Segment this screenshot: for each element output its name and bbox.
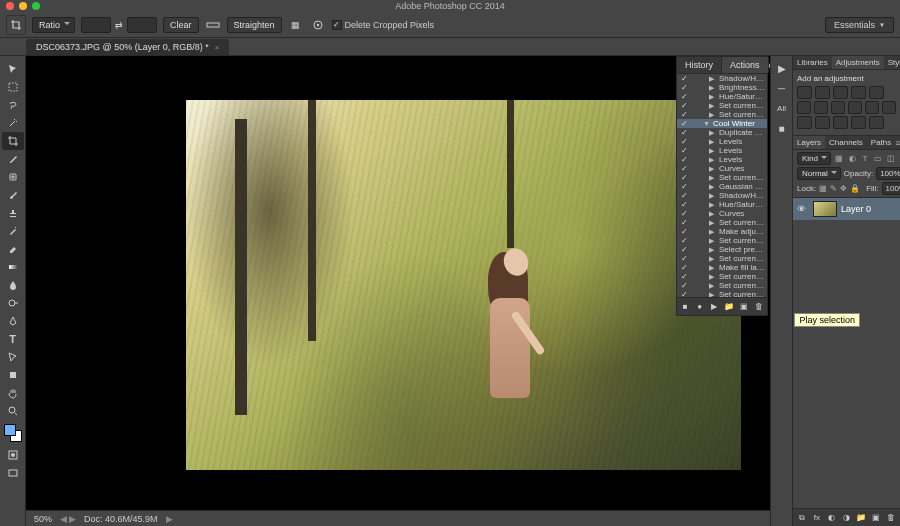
- layer-row[interactable]: 👁 Layer 0: [793, 198, 900, 220]
- tab-styles[interactable]: Styles: [884, 56, 900, 69]
- action-check-icon[interactable]: ✓: [679, 146, 689, 155]
- action-check-icon[interactable]: ✓: [679, 173, 689, 182]
- disclosure-icon[interactable]: ▶: [709, 129, 717, 137]
- layer-kind-select[interactable]: Kind: [797, 152, 831, 165]
- filter-shape-icon[interactable]: ▭: [873, 153, 883, 164]
- adj-levels-icon[interactable]: [815, 86, 830, 99]
- action-check-icon[interactable]: ✓: [679, 110, 689, 119]
- disclosure-icon[interactable]: ▶: [709, 237, 717, 245]
- action-row[interactable]: ✓▶Set current layer: [677, 218, 767, 227]
- new-set-icon[interactable]: 📁: [724, 301, 734, 313]
- eraser-tool[interactable]: [2, 240, 24, 258]
- disclosure-icon[interactable]: ▶: [709, 138, 717, 146]
- link-layers-icon[interactable]: ⧉: [797, 512, 807, 524]
- stop-icon-bar[interactable]: ■: [774, 120, 790, 136]
- eyedropper-tool[interactable]: [2, 150, 24, 168]
- action-row[interactable]: ✓▶Set current layer: [677, 101, 767, 110]
- color-swatch[interactable]: [4, 424, 22, 442]
- disclosure-icon[interactable]: ▶: [709, 228, 717, 236]
- action-check-icon[interactable]: ✓: [679, 182, 689, 191]
- play-icon[interactable]: ▶: [710, 301, 718, 313]
- wand-tool[interactable]: [2, 114, 24, 132]
- action-check-icon[interactable]: ✓: [679, 254, 689, 263]
- adj-exposure-icon[interactable]: [851, 86, 866, 99]
- action-row[interactable]: ✓▶Duplicate current...: [677, 128, 767, 137]
- action-row[interactable]: ✓▶Curves: [677, 164, 767, 173]
- disclosure-icon[interactable]: ▶: [709, 183, 717, 191]
- disclosure-icon[interactable]: ▶: [709, 273, 717, 281]
- crop-settings-icon[interactable]: [310, 17, 326, 33]
- action-row[interactable]: ✓▶Curves: [677, 209, 767, 218]
- opacity-input[interactable]: 100%: [876, 167, 900, 180]
- layers-menu-icon[interactable]: ≡: [895, 136, 900, 149]
- crop-tool-preset[interactable]: [6, 15, 26, 35]
- disclosure-icon[interactable]: ▶: [709, 210, 717, 218]
- delete-cropped-checkbox[interactable]: ✓ Delete Cropped Pixels: [332, 20, 435, 30]
- action-row[interactable]: ✓▶Levels: [677, 137, 767, 146]
- adj-colorlookup-icon[interactable]: [882, 101, 896, 114]
- adj-posterize-icon[interactable]: [815, 116, 830, 129]
- blend-mode-select[interactable]: Normal: [797, 167, 841, 180]
- zoom-tool[interactable]: [2, 402, 24, 420]
- fill-input[interactable]: 100%: [882, 182, 900, 195]
- disclosure-icon[interactable]: ▶: [709, 75, 717, 83]
- disclosure-icon[interactable]: ▶: [709, 282, 717, 290]
- action-check-icon[interactable]: ✓: [679, 281, 689, 290]
- move-tool[interactable]: [2, 60, 24, 78]
- swap-dimensions-icon[interactable]: ⇄: [111, 17, 127, 33]
- adj-hue-icon[interactable]: [797, 101, 811, 114]
- tab-libraries[interactable]: Libraries: [793, 56, 832, 69]
- action-check-icon[interactable]: ✓: [679, 263, 689, 272]
- adj-invert-icon[interactable]: [797, 116, 812, 129]
- new-group-icon[interactable]: 📁: [856, 512, 866, 524]
- adj-gradientmap-icon[interactable]: [851, 116, 866, 129]
- action-check-icon[interactable]: ✓: [679, 101, 689, 110]
- crop-tool[interactable]: [2, 132, 24, 150]
- filter-pixel-icon[interactable]: ▦: [834, 153, 844, 164]
- filter-type-icon[interactable]: T: [860, 153, 870, 164]
- minimize-window-button[interactable]: [19, 2, 27, 10]
- action-row[interactable]: ✓▶Make fill layer: [677, 263, 767, 272]
- pen-tool[interactable]: [2, 312, 24, 330]
- tab-adjustments[interactable]: Adjustments: [832, 56, 884, 69]
- filter-adjust-icon[interactable]: ◐: [847, 153, 857, 164]
- zoom-out-icon[interactable]: ◀: [60, 514, 67, 524]
- action-check-icon[interactable]: ✓: [679, 272, 689, 281]
- marquee-tool[interactable]: [2, 78, 24, 96]
- action-row[interactable]: ✓▶Hue/Saturation: [677, 200, 767, 209]
- action-check-icon[interactable]: ✓: [679, 164, 689, 173]
- gradient-tool[interactable]: [2, 258, 24, 276]
- visibility-icon[interactable]: 👁: [797, 204, 809, 214]
- action-row[interactable]: ✓▶Make adjustment...: [677, 227, 767, 236]
- disclosure-icon[interactable]: ▶: [709, 147, 717, 155]
- zoom-in-icon[interactable]: ▶: [69, 514, 76, 524]
- disclosure-icon[interactable]: ▶: [709, 255, 717, 263]
- stamp-tool[interactable]: [2, 204, 24, 222]
- action-set-row[interactable]: ✓▼Cool Winter: [677, 119, 767, 128]
- disclosure-icon[interactable]: ▶: [709, 201, 717, 209]
- type-tool[interactable]: T: [2, 330, 24, 348]
- history-brush-tool[interactable]: [2, 222, 24, 240]
- doc-info-arrow-icon[interactable]: ▶: [166, 514, 173, 524]
- record-icon[interactable]: ●: [695, 301, 703, 313]
- straighten-button[interactable]: Straighten: [227, 17, 282, 33]
- action-check-icon[interactable]: ✓: [679, 119, 689, 128]
- crop-width-input[interactable]: [81, 17, 111, 33]
- disclosure-icon[interactable]: ▶: [709, 174, 717, 182]
- disclosure-icon[interactable]: ▶: [709, 192, 717, 200]
- action-row[interactable]: ✓▶Set current layer: [677, 281, 767, 290]
- adj-bw-icon[interactable]: [831, 101, 845, 114]
- play-selection-icon[interactable]: ▶: [774, 60, 790, 76]
- lock-pixels-icon[interactable]: ✎: [830, 183, 837, 194]
- filter-smart-icon[interactable]: ◫: [886, 153, 896, 164]
- action-row[interactable]: ✓▶Levels: [677, 146, 767, 155]
- zoom-window-button[interactable]: [32, 2, 40, 10]
- layer-fx-icon[interactable]: fx: [812, 512, 822, 524]
- shape-tool[interactable]: [2, 366, 24, 384]
- layer-thumbnail[interactable]: [813, 201, 837, 217]
- document-tab[interactable]: DSC06373.JPG @ 50% (Layer 0, RGB/8) * ×: [26, 39, 229, 55]
- disclosure-icon[interactable]: ▶: [709, 219, 717, 227]
- action-check-icon[interactable]: ✓: [679, 137, 689, 146]
- action-row[interactable]: ✓▶Set current layer: [677, 173, 767, 182]
- close-window-button[interactable]: [6, 2, 14, 10]
